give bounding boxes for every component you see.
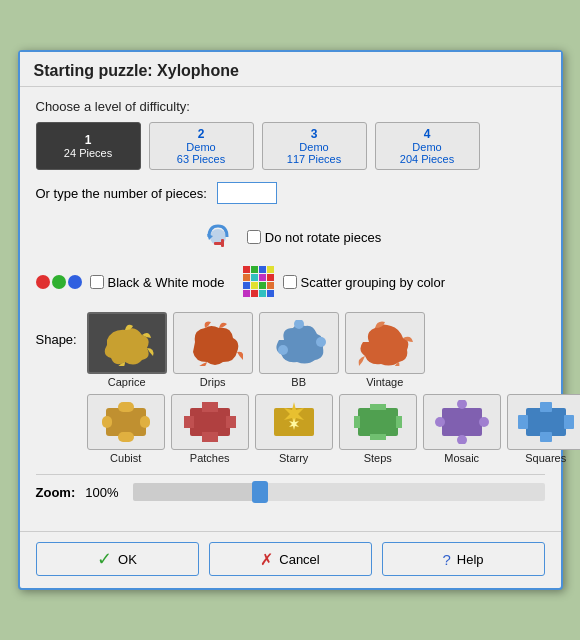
shape-drips-thumb [173, 312, 253, 374]
svg-marker-36 [396, 416, 402, 428]
svg-rect-18 [259, 290, 266, 297]
scatter-label-text: Scatter grouping by color [301, 275, 446, 290]
shape-steps-thumb [339, 394, 417, 450]
svg-rect-5 [251, 266, 258, 273]
shape-starry[interactable]: Starry [255, 394, 333, 464]
svg-rect-48 [518, 415, 528, 429]
help-button[interactable]: ? Help [382, 542, 545, 576]
scatter-checkbox-label[interactable]: Scatter grouping by color [283, 275, 446, 290]
svg-marker-38 [354, 416, 360, 428]
ok-label: OK [118, 552, 137, 567]
cancel-button[interactable]: ✗ Cancel [209, 542, 372, 576]
shape-mosaic-label: Mosaic [444, 452, 479, 464]
color-circles-icon [36, 275, 82, 289]
shape-starry-label: Starry [279, 452, 308, 464]
ok-button[interactable]: ✓ OK [36, 542, 199, 576]
svg-rect-39 [442, 408, 482, 436]
difficulty-1[interactable]: 1 24 Pieces [36, 122, 141, 170]
color-grid-icon [243, 266, 275, 298]
shape-drips-label: Drips [200, 376, 226, 388]
svg-rect-15 [267, 282, 274, 289]
svg-rect-14 [259, 282, 266, 289]
svg-marker-29 [202, 402, 218, 412]
svg-rect-46 [564, 415, 574, 429]
difficulty-4[interactable]: 4 Demo 204 Pieces [375, 122, 480, 170]
zoom-row: Zoom: 100% [36, 474, 545, 505]
shape-cubist-label: Cubist [110, 452, 141, 464]
svg-marker-31 [202, 432, 218, 442]
zoom-value: 100% [85, 485, 123, 500]
shape-squares-label: Squares [525, 452, 566, 464]
svg-rect-27 [118, 432, 134, 442]
shape-grid: Caprice [87, 312, 580, 464]
svg-rect-16 [243, 290, 250, 297]
svg-rect-47 [540, 432, 552, 442]
pieces-row: Or type the number of pieces: [36, 182, 545, 204]
bw-checkbox-label[interactable]: Black & White mode [90, 275, 225, 290]
options-row: Do not rotate pieces [36, 218, 545, 256]
shape-bb[interactable]: BB [259, 312, 339, 388]
pieces-input[interactable] [217, 182, 277, 204]
dialog-title: Starting puzzle: Xylophone [20, 52, 561, 87]
svg-rect-6 [259, 266, 266, 273]
svg-point-43 [435, 417, 445, 427]
shape-mosaic-thumb [423, 394, 501, 450]
shape-squares[interactable]: Squares [507, 394, 580, 464]
help-label: Help [457, 552, 484, 567]
shape-label: Shape: [36, 332, 77, 347]
svg-point-42 [457, 435, 467, 444]
svg-point-21 [316, 337, 326, 347]
svg-marker-37 [370, 434, 386, 440]
svg-rect-9 [251, 274, 258, 281]
svg-point-41 [479, 417, 489, 427]
shape-mosaic[interactable]: Mosaic [423, 394, 501, 464]
shape-vintage[interactable]: Vintage [345, 312, 425, 388]
rotate-checkbox[interactable] [247, 230, 261, 244]
shape-starry-thumb [255, 394, 333, 450]
shape-vintage-label: Vintage [366, 376, 403, 388]
red-circle [36, 275, 50, 289]
svg-rect-10 [259, 274, 266, 281]
title-text: Starting puzzle: Xylophone [34, 62, 239, 79]
rotate-checkbox-label[interactable]: Do not rotate pieces [247, 230, 381, 245]
rotate-label-text: Do not rotate pieces [265, 230, 381, 245]
difficulty-3[interactable]: 3 Demo 117 Pieces [262, 122, 367, 170]
shape-steps-label: Steps [364, 452, 392, 464]
svg-rect-12 [243, 282, 250, 289]
blue-circle [68, 275, 82, 289]
difficulty-label: Choose a level of difficulty: [36, 99, 545, 114]
svg-rect-28 [190, 408, 230, 436]
bw-checkbox[interactable] [90, 275, 104, 289]
shape-bb-thumb [259, 312, 339, 374]
shape-drips[interactable]: Drips [173, 312, 253, 388]
shape-steps[interactable]: Steps [339, 394, 417, 464]
svg-rect-8 [243, 274, 250, 281]
svg-rect-17 [251, 290, 258, 297]
shape-patches-label: Patches [190, 452, 230, 464]
svg-marker-32 [184, 416, 194, 428]
shape-bb-label: BB [291, 376, 306, 388]
ok-icon: ✓ [97, 548, 112, 570]
pieces-label: Or type the number of pieces: [36, 186, 207, 201]
shape-row-1: Caprice [87, 312, 580, 388]
shape-cubist[interactable]: Cubist [87, 394, 165, 464]
dialog-footer: ✓ OK ✗ Cancel ? Help [20, 531, 561, 588]
difficulty-2[interactable]: 2 Demo 63 Pieces [149, 122, 254, 170]
svg-marker-30 [226, 416, 236, 428]
scatter-checkbox[interactable] [283, 275, 297, 289]
svg-rect-13 [251, 282, 258, 289]
shape-row-2: Cubist [87, 394, 580, 464]
svg-rect-44 [526, 408, 566, 436]
shape-section: Shape: [36, 312, 545, 464]
zoom-slider[interactable] [133, 483, 544, 501]
svg-rect-19 [267, 290, 274, 297]
shape-patches[interactable]: Patches [171, 394, 249, 464]
bw-label-text: Black & White mode [108, 275, 225, 290]
svg-rect-45 [540, 402, 552, 412]
puzzle-rotate-icon [199, 218, 237, 256]
svg-rect-2 [214, 242, 222, 245]
shape-patches-thumb [171, 394, 249, 450]
svg-rect-3 [221, 239, 224, 247]
shape-caprice[interactable]: Caprice [87, 312, 167, 388]
shape-squares-thumb [507, 394, 580, 450]
